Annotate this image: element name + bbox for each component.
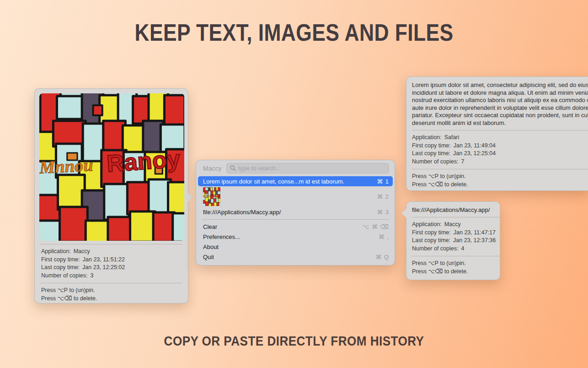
menu-header: Maccy [196,160,395,176]
app-title: Maccy [203,165,221,172]
meta-label: First copy time: [412,142,451,149]
connector-arrow-left [401,208,407,218]
divider [40,244,182,244]
meta-value: Maccy [74,248,90,254]
meta-label: First copy time: [41,256,80,263]
meta-label: First copy time: [412,229,451,236]
meta-row-application: Application:Maccy [41,248,182,256]
lorem-line: deserunt mollit anim id est laborum. [412,119,588,127]
menu-item-label: Quit [203,254,214,260]
history-item-thumbnail [203,187,220,206]
image-preview-card: Application:Maccy First copy time:Jan 23… [34,88,188,303]
connector-arrow-left [406,176,407,186]
meta-value: 4 [461,245,464,252]
menu-item-label: Clear [203,223,217,230]
hint-delete: Press ⌥⌫ to delete. [412,181,588,189]
search-icon [230,165,236,171]
lorem-line: nostrud exercitation ullamco laboris nis… [412,97,588,104]
mosaic-art-image [39,93,184,241]
shortcut-badge: ⌘ , [379,233,389,240]
meta-label: Number of copies: [412,158,458,165]
caption: COPY OR PASTE DIRECTLY FROM HISTORY [29,334,558,349]
meta-row-last-copy: Last copy time:Jan 23, 12:37:36 [412,237,500,245]
lorem-line: Lorem ipsum dolor sit amet, consectetur … [412,81,588,89]
lorem-line: aute irure dolor in reprehenderit in vol… [412,104,588,112]
meta-row-application: Application:Maccy [412,221,500,229]
meta-label: Number of copies: [412,245,458,252]
text-preview-card: Lorem ipsum dolor sit amet, consectetur … [406,76,588,191]
shortcut-badge: ⌘ Q [375,254,389,260]
shortcut-badge: ⌘ 1 [377,178,389,185]
meta-row-last-copy: Last copy time:Jan 23, 12:25:02 [41,264,182,272]
meta-label: Application: [412,134,442,141]
meta-value: 3 [90,272,93,279]
shortcut-badge: ⌘ 2 [377,193,389,200]
meta-row-first-copy: First copy time:Jan 23, 11:51:22 [41,256,182,264]
clipboard-item-metadata: Application:Maccy First copy time:Jan 23… [39,248,183,280]
divider [412,169,588,169]
meta-label: Last copy time: [412,237,450,244]
divider [412,130,588,130]
connector-arrow-right [187,192,193,202]
clipboard-item-metadata: Application:Safari First copy time:Jan 2… [412,134,588,166]
divider [412,256,500,256]
meta-value: Jan 23, 12:25:02 [82,264,125,271]
clipboard-item-metadata: Application:Maccy First copy time:Jan 23… [412,221,500,253]
meta-row-copies: Number of copies:3 [41,272,182,280]
file-path: file:///Applications/Maccy.app/ [412,206,500,214]
hint-pin: Press ⌥P to (un)pin. [412,260,500,268]
meta-row-first-copy: First copy time:Jan 23, 11:47:17 [412,229,500,237]
meta-label: Application: [41,248,71,254]
history-item-text-selected[interactable]: Lorem ipsum dolor sit amet, conse...m id… [198,176,393,186]
menu-item-label: Preferences... [203,233,240,240]
maccy-menu-popup: Maccy Lorem ipsum dolor sit amet, conse.… [196,160,395,265]
menu-item-label: About [203,244,219,250]
meta-label: Application: [412,221,442,227]
meta-row-copies: Number of copies:7 [412,158,588,166]
history-item-file[interactable]: file:///Applications/Maccy.app/ ⌘ 3 [196,207,395,217]
menu-item-preferences[interactable]: Preferences... ⌘ , [196,232,395,242]
divider [412,217,500,217]
menu-divider [202,219,389,220]
history-item-label: file:///Applications/Maccy.app/ [203,209,281,216]
meta-label: Last copy time: [412,150,450,157]
headline: KEEP TEXT, IMAGES AND FILES [38,19,550,46]
history-item-label: Lorem ipsum dolor sit amet, conse...m id… [203,178,344,185]
lorem-line: incididunt ut labore et dolore magna ali… [412,89,588,97]
meta-row-first-copy: First copy time:Jan 23, 11:49:04 [412,142,588,150]
promo-background: { "headline": "KEEP TEXT, IMAGES AND FIL… [0,0,588,368]
meta-row-copies: Number of copies:4 [412,245,500,253]
meta-value: Jan 23, 12:25:04 [453,150,496,157]
lorem-line: pariatur. Excepteur sint occaecat cupida… [412,112,588,119]
hint-delete: Press ⌥⌫ to delete. [39,295,183,303]
lorem-text-block: Lorem ipsum dolor sit amet, consectetur … [412,81,588,127]
meta-value: Jan 23, 11:51:22 [83,256,125,263]
shortcut-badge: ⌥ ⌘ ⌫ [362,223,389,230]
hint-pin: Press ⌥P to (un)pin. [39,287,183,295]
search-input[interactable] [238,165,385,172]
menu-item-quit[interactable]: Quit ⌘ Q [196,252,395,262]
history-item-image[interactable]: ⌘ 2 [196,186,395,207]
search-field[interactable] [226,163,389,173]
meta-label: Number of copies: [41,272,87,279]
meta-value: Safari [444,134,460,141]
menu-item-clear[interactable]: Clear ⌥ ⌘ ⌫ [196,222,395,232]
divider [40,283,182,283]
meta-row-application: Application:Safari [412,134,588,142]
hint-delete: Press ⌥⌫ to delete. [412,268,500,276]
meta-value: 7 [461,158,464,165]
meta-value: Jan 23, 11:47:17 [454,229,496,236]
file-preview-card: file:///Applications/Maccy.app/ Applicat… [406,201,500,280]
meta-value: Jan 23, 12:37:36 [453,237,496,244]
meta-row-last-copy: Last copy time:Jan 23, 12:25:04 [412,150,588,158]
meta-value: Maccy [444,221,461,227]
meta-label: Last copy time: [41,264,80,271]
shortcut-badge: ⌘ 3 [377,209,389,216]
menu-item-about[interactable]: About [196,242,395,252]
hint-pin: Press ⌥P to (un)pin. [412,173,588,181]
meta-value: Jan 23, 11:49:04 [454,142,496,149]
